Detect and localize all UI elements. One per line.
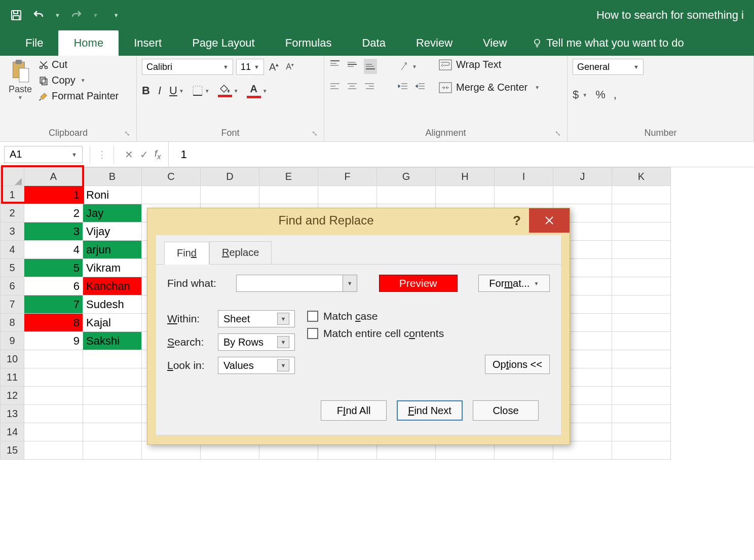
- find-next-button[interactable]: Find Next: [397, 400, 463, 421]
- merge-center-button[interactable]: Merge & Center ▼: [439, 82, 540, 93]
- dialog-titlebar[interactable]: Find and Replace ?: [147, 208, 570, 233]
- formula-input[interactable]: 1: [173, 148, 754, 161]
- save-icon[interactable]: [10, 9, 22, 21]
- cell[interactable]: [259, 186, 318, 204]
- row-header[interactable]: 15: [1, 441, 24, 460]
- alignment-dialog-launcher-icon[interactable]: ⤡: [555, 129, 561, 137]
- bold-button[interactable]: B: [142, 84, 150, 97]
- decrease-font-icon[interactable]: A▾: [284, 62, 296, 71]
- cell[interactable]: [612, 423, 671, 441]
- row-header[interactable]: 4: [1, 241, 24, 259]
- search-combo[interactable]: By Rows▼: [218, 333, 295, 351]
- undo-icon[interactable]: [32, 9, 45, 21]
- column-header[interactable]: H: [436, 168, 495, 186]
- cell[interactable]: [24, 387, 83, 405]
- column-header[interactable]: E: [259, 168, 318, 186]
- cell[interactable]: [612, 332, 671, 350]
- cell[interactable]: Sakshi: [83, 332, 142, 350]
- column-header[interactable]: C: [142, 168, 201, 186]
- align-middle-icon[interactable]: [347, 59, 358, 74]
- cell[interactable]: 6: [24, 277, 83, 295]
- column-header[interactable]: B: [83, 168, 142, 186]
- cell[interactable]: 3: [24, 222, 83, 241]
- row-header[interactable]: 12: [1, 387, 24, 405]
- cell[interactable]: [83, 423, 142, 441]
- cell[interactable]: [612, 405, 671, 423]
- format-button[interactable]: Format...▼: [478, 275, 550, 292]
- redo-dropdown-icon[interactable]: ▼: [93, 12, 98, 18]
- cell[interactable]: [24, 441, 83, 460]
- cell[interactable]: [142, 186, 201, 204]
- column-header[interactable]: G: [377, 168, 436, 186]
- cell[interactable]: [83, 387, 142, 405]
- copy-button[interactable]: Copy ▼: [39, 74, 119, 86]
- format-painter-button[interactable]: Format Painter: [39, 90, 119, 102]
- percent-button[interactable]: %: [595, 88, 606, 101]
- font-color-button[interactable]: A ▼: [247, 83, 268, 98]
- tab-review[interactable]: Review: [401, 30, 468, 56]
- increase-indent-icon[interactable]: [414, 81, 426, 94]
- italic-button[interactable]: I: [158, 84, 161, 97]
- column-header[interactable]: I: [495, 168, 553, 186]
- row-header[interactable]: 10: [1, 350, 24, 368]
- cell[interactable]: [83, 441, 142, 460]
- lookin-combo[interactable]: Values▼: [218, 357, 295, 374]
- cell[interactable]: [612, 204, 671, 222]
- tab-insert[interactable]: Insert: [119, 30, 177, 56]
- align-center-icon[interactable]: [347, 81, 358, 94]
- row-header[interactable]: 3: [1, 222, 24, 241]
- row-header[interactable]: 9: [1, 332, 24, 350]
- cell[interactable]: Kanchan: [83, 277, 142, 295]
- redo-icon[interactable]: [70, 9, 83, 21]
- enter-formula-icon[interactable]: ✓: [136, 148, 152, 161]
- dialog-tab-replace[interactable]: Replace: [209, 241, 272, 264]
- decrease-indent-icon[interactable]: [397, 81, 408, 94]
- find-what-input[interactable]: ▼: [236, 275, 357, 292]
- column-header[interactable]: D: [201, 168, 259, 186]
- cell[interactable]: [612, 295, 671, 314]
- column-header[interactable]: K: [612, 168, 671, 186]
- fill-color-button[interactable]: ▼: [218, 85, 239, 97]
- cell[interactable]: 8: [24, 314, 83, 332]
- wrap-text-button[interactable]: Wrap Text: [439, 59, 540, 70]
- cell[interactable]: [83, 405, 142, 423]
- formula-expand-icon[interactable]: ⋮: [97, 149, 106, 160]
- cell[interactable]: [24, 368, 83, 387]
- qat-customize-icon[interactable]: ▼: [114, 12, 119, 18]
- align-right-icon[interactable]: [364, 81, 375, 94]
- options-toggle-button[interactable]: Options <<: [485, 355, 550, 374]
- tab-view[interactable]: View: [468, 30, 522, 56]
- cell[interactable]: [612, 259, 671, 277]
- cell[interactable]: [377, 186, 436, 204]
- align-left-icon[interactable]: [329, 81, 341, 94]
- row-header[interactable]: 7: [1, 295, 24, 314]
- comma-button[interactable]: ,: [614, 88, 617, 101]
- close-button[interactable]: Close: [473, 400, 539, 421]
- cell[interactable]: [612, 314, 671, 332]
- cell[interactable]: 4: [24, 241, 83, 259]
- cell[interactable]: 2: [24, 204, 83, 222]
- name-box[interactable]: A1▼: [4, 146, 83, 163]
- row-header[interactable]: 6: [1, 277, 24, 295]
- cell[interactable]: [612, 368, 671, 387]
- underline-button[interactable]: U▼: [169, 84, 184, 97]
- row-header[interactable]: 14: [1, 423, 24, 441]
- match-case-checkbox[interactable]: Match case: [307, 310, 444, 322]
- within-combo[interactable]: Sheet▼: [218, 310, 295, 327]
- font-name-combo[interactable]: Calibri▼: [142, 59, 233, 75]
- cell[interactable]: [612, 350, 671, 368]
- cell[interactable]: [201, 186, 259, 204]
- cell[interactable]: Vijay: [83, 222, 142, 241]
- dialog-close-button[interactable]: [529, 208, 570, 233]
- match-entire-checkbox[interactable]: Match entire cell contents: [307, 327, 444, 340]
- cell[interactable]: [495, 186, 553, 204]
- tell-me[interactable]: Tell me what you want to do: [522, 30, 694, 56]
- orientation-button[interactable]: ▼: [399, 59, 417, 74]
- cell[interactable]: [553, 186, 612, 204]
- row-header[interactable]: 13: [1, 405, 24, 423]
- cell[interactable]: 5: [24, 259, 83, 277]
- cell[interactable]: [612, 387, 671, 405]
- cell[interactable]: Vikram: [83, 259, 142, 277]
- cell[interactable]: Sudesh: [83, 295, 142, 314]
- align-bottom-icon[interactable]: [364, 59, 377, 74]
